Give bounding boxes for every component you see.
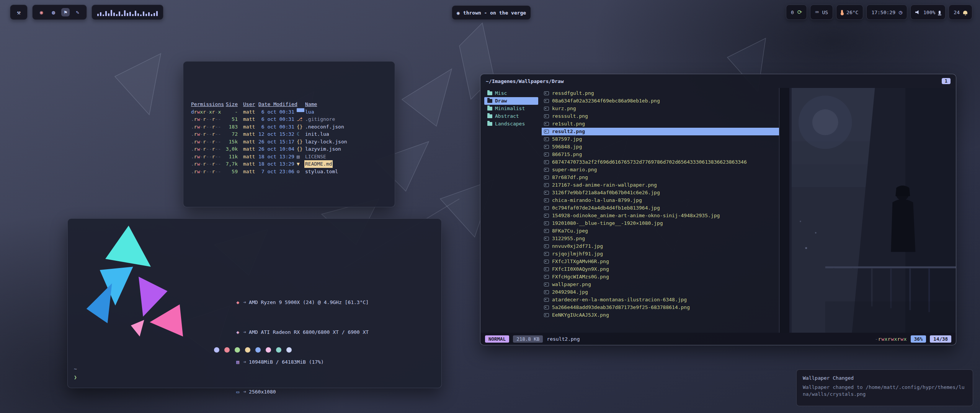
file-row[interactable]: 217167-sad-anime-rain-wallpaper.png <box>542 181 779 189</box>
topbar-right: 0 ⟳ ⌨ US 26°C 17:50:29 ◷ 100% 24 <box>786 5 972 20</box>
file-row[interactable]: wallpaper.png <box>542 281 779 288</box>
notifications-module[interactable]: 24 <box>949 5 972 20</box>
list-position-badge: 14/38 <box>930 335 951 343</box>
workspace-button[interactable]: ◉ <box>37 8 46 16</box>
visualizer-bar <box>113 13 115 16</box>
image-file-icon <box>544 168 549 172</box>
visualizer-bar <box>154 13 155 16</box>
file-row[interactable]: 19201080-__blue-tinge__-1920×1080.jpg <box>542 220 779 227</box>
keyboard-layout-module[interactable]: ⌨ US <box>810 5 833 20</box>
terminal-window[interactable]: ❯ cd .config/nvim ~/.config/nvim via ☾ v… <box>183 61 395 207</box>
palette-dot <box>224 347 230 353</box>
file-row[interactable]: 3126f7e9bbf21a8a4af0b67b041c6e26.jpg <box>542 189 779 197</box>
file-row[interactable]: 866715.png <box>542 151 779 158</box>
listing-row: .rw-r--r--11kmatt18 oct 13:29▤LICENSE <box>191 153 387 161</box>
visualizer-bar <box>137 13 139 16</box>
sidebar-folder[interactable]: Minimalist <box>484 105 538 112</box>
volume-module[interactable]: 100% <box>910 5 946 20</box>
image-preview <box>779 88 956 333</box>
file-listing: drwxr-xr-x-matt 6 oct 00:31lua .rw-r--r-… <box>191 108 387 176</box>
arrow-icon: ➜ <box>243 359 246 365</box>
file-row[interactable]: 154928-odinokoe_anime-art-anime-okno-sin… <box>542 212 779 220</box>
file-row[interactable]: 596848.jpg <box>542 143 779 151</box>
file-row[interactable]: 587597.jpg <box>542 135 779 143</box>
workspace-button[interactable]: ◍ <box>49 8 57 16</box>
listing-row: .rw-r--r--15kmatt26 oct 15:17{}lazy-lock… <box>191 138 387 146</box>
updates-module[interactable]: 0 ⟳ <box>786 5 807 20</box>
sidebar-folder[interactable]: Landscapes <box>484 120 538 128</box>
file-row[interactable]: 08a634fa02a32364f69ebc86a98eb1eb.png <box>542 97 779 105</box>
file-row[interactable]: 20492984.jpg <box>542 288 779 296</box>
workspace-button[interactable]: ⚑ <box>61 8 70 16</box>
file-row[interactable]: 0c794faf07de24a4db4d4fb1eb813964.jpg <box>542 204 779 212</box>
image-file-icon <box>544 244 549 248</box>
notification-toast[interactable]: Wallpaper Changed Wallpaper changed to /… <box>796 369 973 406</box>
file-row[interactable]: chica-mirando-la-luna-8799.jpg <box>542 197 779 204</box>
sidebar-folder[interactable]: Draw <box>484 97 538 105</box>
visualizer-bar <box>145 14 147 16</box>
file-row[interactable]: ressdfgult.png <box>542 89 779 97</box>
clock-icon: ◷ <box>899 9 902 16</box>
hardware-item-icon: ◆ <box>236 299 243 306</box>
file-type-icon: {} <box>297 138 304 146</box>
image-file-icon <box>544 275 549 279</box>
file-row[interactable]: rsjqojlmjhf91.jpg <box>542 250 779 258</box>
visualizer-bar <box>103 15 104 16</box>
image-file-icon <box>544 206 549 210</box>
fetch-info-line: ◆➜AMD Ryzen 9 5900X (24) @ 4.9GHz [61.3°… <box>206 291 405 299</box>
launcher-button[interactable]: ⚒ <box>10 5 28 20</box>
file-row[interactable]: kurz.png <box>542 105 779 112</box>
file-row[interactable]: 3122955.png <box>542 235 779 242</box>
file-type-icon: ▤ <box>297 153 304 161</box>
file-type-icon: {} <box>297 123 304 131</box>
visualizer-bar <box>143 11 144 16</box>
file-row[interactable]: resssult.png <box>542 112 779 120</box>
keyboard-layout: US <box>822 10 828 15</box>
file-row[interactable]: nnvuv0xj2df71.jpg <box>542 242 779 250</box>
file-row[interactable]: FXfcII0X0AQyn9X.png <box>542 265 779 273</box>
visualizer-bar <box>105 11 107 16</box>
system-fetch-window[interactable]: ┌─────────── Hardware Information ──────… <box>67 218 442 388</box>
file-row[interactable]: 87r687df.png <box>542 174 779 181</box>
media-player-widget[interactable]: ◉ thrown - on the verge <box>452 5 531 20</box>
file-manager-window[interactable]: ~/Imagenes/Wallpapers/Draw 1 Misc Draw M… <box>480 74 956 345</box>
updates-count: 0 <box>791 10 794 15</box>
file-row[interactable]: result2.png <box>542 128 779 135</box>
file-row[interactable]: 68747470733a2f2f696d616765732d7769786d70… <box>542 158 779 166</box>
workspaces-pill: ◉ ◍ ⚑ ✎ <box>32 5 87 20</box>
thermometer-icon <box>841 10 843 15</box>
listing-row: drwxr-xr-x-matt 6 oct 00:31lua <box>191 108 387 116</box>
volume-value: 100% <box>923 10 935 15</box>
file-row[interactable]: re1sult.png <box>542 120 779 128</box>
workspace-button[interactable]: ✎ <box>73 8 82 16</box>
sidebar-folder[interactable]: Abstract <box>484 112 538 120</box>
breadcrumb: ~/Imagenes/Wallpapers/Draw <box>486 78 564 84</box>
terminal-prompt-line: ~/.config/nvim via ☾ v5.4.6 ✓ <box>191 86 387 93</box>
palette-dot <box>266 347 271 353</box>
clock-module[interactable]: 17:50:29 ◷ <box>866 5 907 20</box>
file-row[interactable]: super-mario.png <box>542 166 779 174</box>
temperature-module[interactable]: 26°C <box>836 5 863 20</box>
sidebar-folder[interactable]: Misc <box>484 89 538 97</box>
visualizer-bar <box>151 14 152 16</box>
file-row[interactable]: 8FKa7Cu.jpeg <box>542 227 779 235</box>
file-permissions: -rwxrwxrwx <box>875 336 907 342</box>
file-type-icon: ☾ <box>297 130 304 138</box>
file-row[interactable]: atardecer-en-la-montanas-ilustracion-634… <box>542 296 779 304</box>
listing-header: PermissionsSizeUserDate ModifiedName <box>191 101 387 108</box>
image-file-icon <box>544 145 549 149</box>
file-row[interactable]: EeNKYgIUcAAJ5JX.png <box>542 311 779 319</box>
image-file-icon <box>544 122 549 126</box>
file-row[interactable]: FXfcHgcWIAMzs0G.png <box>542 273 779 281</box>
file-row[interactable]: FXfcJlTXgAMvH6R.png <box>542 258 779 265</box>
visualizer-bar <box>97 14 99 16</box>
fetch-info: ┌─────────── Hardware Information ──────… <box>206 224 405 413</box>
visualizer-bar <box>116 14 118 16</box>
audio-visualizer <box>91 5 163 20</box>
image-file-icon <box>544 130 549 133</box>
notifications-count: 24 <box>954 10 960 15</box>
palette-dot <box>276 347 281 353</box>
terminal-color-palette <box>214 347 292 353</box>
listing-row: .rw-r--r--72matt12 oct 15:32☾init.lua <box>191 130 387 138</box>
file-row[interactable]: 5a266e448add93deab367d87173e9f25-6837886… <box>542 304 779 311</box>
